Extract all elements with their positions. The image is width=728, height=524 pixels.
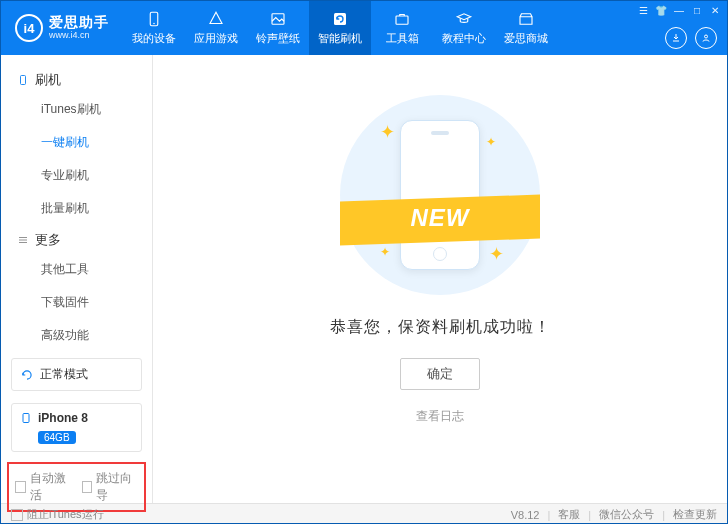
- nav-label: 爱思商城: [504, 31, 548, 46]
- nav-store[interactable]: 爱思商城: [495, 1, 557, 55]
- sidebar-item-pro-flash[interactable]: 专业刷机: [13, 159, 140, 192]
- checkbox-label: 跳过向导: [96, 470, 138, 504]
- sidebar-item-other-tools[interactable]: 其他工具: [13, 253, 140, 286]
- sidebar-header-label: 刷机: [35, 71, 61, 89]
- image-icon: [269, 10, 287, 28]
- window-controls: ☰ 👕 — □ ✕: [637, 4, 721, 16]
- svg-rect-3: [334, 13, 346, 25]
- nav-label: 工具箱: [386, 31, 419, 46]
- sidebar: 刷机 iTunes刷机 一键刷机 专业刷机 批量刷机 更多 其他工具 下载固件 …: [1, 55, 153, 503]
- logo-icon: i4: [15, 14, 43, 42]
- skip-guide-checkbox[interactable]: 跳过向导: [82, 470, 139, 504]
- user-button[interactable]: [695, 27, 717, 49]
- apps-icon: [207, 10, 225, 28]
- sidebar-group-more: 更多 其他工具 下载固件 高级功能: [1, 225, 152, 352]
- sidebar-item-oneclick-flash[interactable]: 一键刷机: [13, 126, 140, 159]
- checkbox-label: 阻止iTunes运行: [27, 507, 104, 522]
- separator: |: [547, 509, 550, 521]
- nav-my-device[interactable]: 我的设备: [123, 1, 185, 55]
- header-actions: [665, 27, 717, 49]
- ribbon-text: NEW: [340, 204, 540, 232]
- phone-icon: [17, 74, 29, 86]
- svg-point-1: [153, 23, 155, 25]
- mode-box[interactable]: 正常模式: [11, 358, 142, 391]
- app-body: 刷机 iTunes刷机 一键刷机 专业刷机 批量刷机 更多 其他工具 下载固件 …: [1, 55, 727, 503]
- sparkle-icon: ✦: [486, 135, 496, 149]
- main-content: ✦ ✦ ✦ ✦ NEW 恭喜您，保资料刷机成功啦！ 确定 查看日志: [153, 55, 727, 503]
- menu-icon: [17, 234, 29, 246]
- download-button[interactable]: [665, 27, 687, 49]
- brand-url: www.i4.cn: [49, 31, 109, 41]
- device-name: iPhone 8: [38, 411, 88, 425]
- device-box[interactable]: iPhone 8 64GB: [11, 403, 142, 452]
- refresh-icon: [331, 10, 349, 28]
- nav-label: 智能刷机: [318, 31, 362, 46]
- wechat-link[interactable]: 微信公众号: [599, 507, 654, 522]
- success-illustration: ✦ ✦ ✦ ✦ NEW: [340, 95, 540, 295]
- checkbox-icon: [11, 509, 23, 521]
- flash-options: 自动激活 跳过向导: [7, 462, 146, 512]
- checkbox-label: 自动激活: [30, 470, 72, 504]
- nav-ringtones[interactable]: 铃声壁纸: [247, 1, 309, 55]
- version-label: V8.12: [511, 509, 540, 521]
- main-nav: 我的设备 应用游戏 铃声壁纸 智能刷机 工具箱 教程中心 爱思商城: [123, 1, 557, 55]
- maximize-icon[interactable]: □: [691, 4, 703, 16]
- skin-icon[interactable]: 👕: [655, 4, 667, 16]
- brand-name: 爱思助手: [49, 15, 109, 30]
- app-header: i4 爱思助手 www.i4.cn 我的设备 应用游戏 铃声壁纸 智能刷机 工具…: [1, 1, 727, 55]
- svg-rect-6: [21, 76, 26, 85]
- sidebar-item-advanced[interactable]: 高级功能: [13, 319, 140, 352]
- logo-area: i4 爱思助手 www.i4.cn: [1, 14, 119, 42]
- sidebar-item-batch-flash[interactable]: 批量刷机: [13, 192, 140, 225]
- separator: |: [588, 509, 591, 521]
- mode-label: 正常模式: [40, 366, 88, 383]
- nav-label: 教程中心: [442, 31, 486, 46]
- nav-label: 我的设备: [132, 31, 176, 46]
- sidebar-header-flash[interactable]: 刷机: [13, 65, 140, 93]
- result-message: 恭喜您，保资料刷机成功啦！: [330, 317, 551, 338]
- nav-flash[interactable]: 智能刷机: [309, 1, 371, 55]
- checkbox-icon: [15, 481, 26, 493]
- svg-point-5: [705, 35, 708, 38]
- separator: |: [662, 509, 665, 521]
- phone-icon: [20, 411, 32, 425]
- sidebar-item-download-firmware[interactable]: 下载固件: [13, 286, 140, 319]
- minimize-icon[interactable]: —: [673, 4, 685, 16]
- checkbox-icon: [82, 481, 93, 493]
- auto-activate-checkbox[interactable]: 自动激活: [15, 470, 72, 504]
- new-ribbon: NEW: [340, 190, 540, 250]
- sidebar-header-more[interactable]: 更多: [13, 225, 140, 253]
- support-link[interactable]: 客服: [558, 507, 580, 522]
- sidebar-group-flash: 刷机 iTunes刷机 一键刷机 专业刷机 批量刷机: [1, 65, 152, 225]
- svg-rect-4: [396, 16, 408, 24]
- nav-toolbox[interactable]: 工具箱: [371, 1, 433, 55]
- sidebar-item-itunes-flash[interactable]: iTunes刷机: [13, 93, 140, 126]
- sidebar-header-label: 更多: [35, 231, 61, 249]
- menu-icon[interactable]: ☰: [637, 4, 649, 16]
- phone-icon: [145, 10, 163, 28]
- block-itunes-checkbox[interactable]: 阻止iTunes运行: [11, 507, 104, 522]
- svg-rect-7: [23, 414, 29, 423]
- store-icon: [517, 10, 535, 28]
- nav-label: 铃声壁纸: [256, 31, 300, 46]
- nav-apps[interactable]: 应用游戏: [185, 1, 247, 55]
- check-update-link[interactable]: 检查更新: [673, 507, 717, 522]
- ok-button[interactable]: 确定: [400, 358, 480, 390]
- logo-text: 爱思助手 www.i4.cn: [49, 15, 109, 40]
- nav-label: 应用游戏: [194, 31, 238, 46]
- graduation-icon: [455, 10, 473, 28]
- refresh-icon: [20, 368, 34, 382]
- sparkle-icon: ✦: [380, 121, 395, 143]
- view-log-link[interactable]: 查看日志: [416, 408, 464, 425]
- storage-badge: 64GB: [38, 431, 76, 444]
- toolbox-icon: [393, 10, 411, 28]
- nav-tutorials[interactable]: 教程中心: [433, 1, 495, 55]
- close-icon[interactable]: ✕: [709, 4, 721, 16]
